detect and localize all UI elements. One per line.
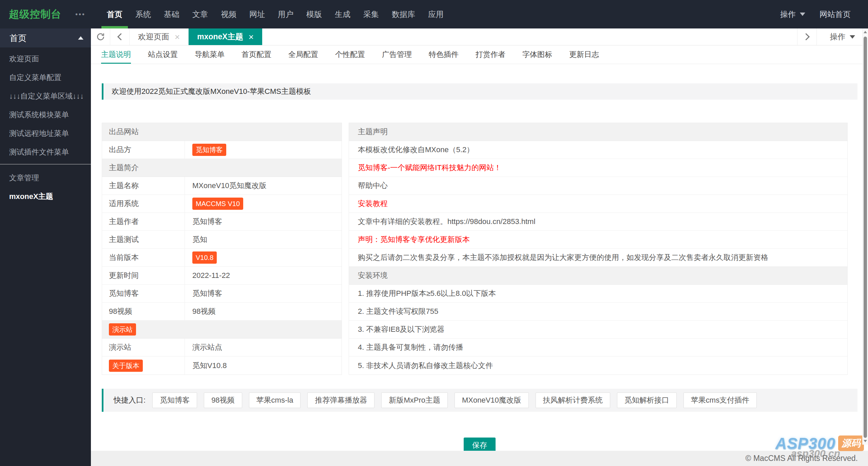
- sidebar-group-home[interactable]: 首页: [0, 28, 91, 47]
- sidebar-item[interactable]: 测试远程地址菜单: [0, 124, 91, 143]
- section-label: 主题简介: [109, 163, 139, 173]
- top-menu-item[interactable]: 文章: [186, 0, 214, 28]
- quick-link-button[interactable]: 98视频: [204, 392, 242, 408]
- scrollbar-up-button[interactable]: [863, 29, 868, 35]
- row-value-cell: 觅知博客: [185, 144, 342, 156]
- scrollbar-down-button[interactable]: [863, 438, 868, 444]
- top-menu-item[interactable]: 基础: [157, 0, 186, 28]
- subtab-item[interactable]: 特色插件: [429, 45, 459, 64]
- top-menu-item[interactable]: 应用: [422, 0, 450, 28]
- quick-link-button[interactable]: 苹果cms支付插件: [683, 392, 757, 408]
- scrollbar-thumb[interactable]: [864, 37, 867, 438]
- subtab-item[interactable]: 全局配置: [288, 45, 318, 64]
- sidebar-item[interactable]: 测试系统模块菜单: [0, 105, 91, 124]
- sidebar-item[interactable]: 欢迎页面: [0, 49, 91, 68]
- topbar-action-label: 操作: [780, 9, 796, 20]
- table-section-row: 出品网站: [102, 123, 342, 141]
- topbar-right: 操作 网站首页: [780, 9, 868, 20]
- quick-link-button[interactable]: 推荐弹幕播放器: [307, 392, 374, 408]
- subtab-item[interactable]: 站点设置: [148, 45, 178, 64]
- sidebar-collapse-icon[interactable]: •••: [75, 11, 91, 18]
- scroll-down-icon: [864, 440, 867, 442]
- quick-link-button[interactable]: 觅知解析接口: [617, 392, 677, 408]
- row-value-cell: 觅知博客: [185, 288, 342, 299]
- tab-mxoneX主题[interactable]: mxoneX主题×: [189, 28, 262, 45]
- top-menu-item[interactable]: 数据库: [385, 0, 422, 28]
- table-row: 4. 主题具备可复制性，请勿传播: [349, 339, 847, 357]
- quick-link-button[interactable]: 觅知博客: [152, 392, 197, 408]
- row-value-cell: MACCMS V10: [185, 198, 342, 210]
- top-menu-item[interactable]: 网址: [243, 0, 271, 28]
- row-label-cell: 适用系统: [102, 195, 185, 212]
- sidebar-items-group1: 欢迎页面自定义菜单配置↓↓↓自定义菜单区域↓↓↓测试系统模块菜单测试远程地址菜单…: [0, 47, 91, 161]
- row-value-cell: 觅知: [185, 235, 342, 245]
- sidebar-item[interactable]: ↓↓↓自定义菜单区域↓↓↓: [0, 87, 91, 105]
- row-label: 主题作者: [109, 217, 139, 227]
- row-label-cell: 演示站: [102, 339, 185, 356]
- subtab-item[interactable]: 字体图标: [522, 45, 552, 64]
- label-badge: 关于版本: [109, 360, 143, 372]
- row-label: 98视频: [109, 306, 132, 317]
- welcome-notice: 欢迎使用2022觅知正式魔改版MXoneV10-苹果CMS主题模板: [102, 83, 857, 100]
- theme-info-table: 出品网站出品方觅知博客主题简介主题名称MXoneV10觅知魔改版适用系统MACC…: [102, 123, 342, 375]
- quick-link-button[interactable]: 扶风解析计费系统: [536, 392, 610, 408]
- row-label-cell: 当前版本: [102, 249, 185, 266]
- tabs-scroll-right-button[interactable]: [797, 28, 816, 45]
- table-row: 本模板改优化修改自MXone（5.2）: [349, 141, 847, 159]
- row-label-cell: 关于版本: [102, 357, 185, 374]
- tab-欢迎页面[interactable]: 欢迎页面×: [130, 28, 189, 45]
- table-row: 1. 推荐使用PHP版本≥5.6以上8.0以下版本: [349, 285, 847, 303]
- row-label: 觅知博客: [109, 288, 139, 299]
- top-menu-item[interactable]: 系统: [129, 0, 157, 28]
- subtab-item[interactable]: 导航菜单: [195, 45, 225, 64]
- site-home-link[interactable]: 网站首页: [819, 9, 851, 20]
- table-row: 2. 主题文件读写权限755: [349, 303, 847, 321]
- sidebar-item[interactable]: mxoneX主题: [0, 187, 91, 206]
- theme-statement-table: 主题声明本模板改优化修改自MXone（5.2）觅知博客-一个赋能网络IT科技魅力…: [349, 123, 848, 375]
- row-label-cell: 出品方: [102, 141, 185, 159]
- subtab-item[interactable]: 更新日志: [569, 45, 599, 64]
- sidebar-item[interactable]: 测试插件文件菜单: [0, 143, 91, 161]
- sidebar-item[interactable]: 文章管理: [0, 168, 91, 187]
- table-section-row: 主题声明: [349, 123, 847, 141]
- tab-action-dropdown[interactable]: 操作: [816, 28, 868, 45]
- subtab-item[interactable]: 个性配置: [335, 45, 365, 64]
- table-row: 购买之后请勿二次售卖及分享，本主题不添加授权就是因为让大家更方便的使用，如发现分…: [349, 249, 847, 267]
- table-row: 安装教程: [349, 195, 847, 213]
- subtab-item[interactable]: 广告管理: [382, 45, 412, 64]
- tab-label: mxoneX主题: [197, 32, 243, 42]
- quick-link-button[interactable]: MXoneV10魔改版: [455, 392, 529, 408]
- subtab-item[interactable]: 打赏作者: [476, 45, 505, 64]
- refresh-button[interactable]: [91, 28, 110, 45]
- sidebar-divider: [0, 164, 91, 164]
- value-badge: MACCMS V10: [192, 198, 243, 210]
- tab-close-icon[interactable]: ×: [175, 33, 180, 41]
- top-menu-item[interactable]: 生成: [328, 0, 357, 28]
- table-row: 演示站演示站点: [102, 339, 342, 357]
- subtab-item[interactable]: 主题说明: [101, 45, 131, 64]
- topbar-action-dropdown[interactable]: 操作: [780, 9, 805, 20]
- table-row: 3. 不兼容IE8及以下浏览器: [349, 321, 847, 339]
- page-content: 欢迎使用2022觅知正式魔改版MXoneV10-苹果CMS主题模板 出品网站出品…: [91, 64, 868, 453]
- tab-close-icon[interactable]: ×: [249, 33, 254, 41]
- top-menu-item[interactable]: 模版: [300, 0, 328, 28]
- quick-link-button[interactable]: 苹果cms-la: [249, 392, 301, 408]
- vertical-scrollbar[interactable]: [862, 28, 868, 445]
- sidebar-item[interactable]: 自定义菜单配置: [0, 68, 91, 87]
- table-row: 98视频98视频: [102, 303, 342, 321]
- tabs-scroll-left-button[interactable]: [110, 28, 130, 45]
- table-row: 5. 非技术人员请勿私自修改主题核心文件: [349, 357, 847, 374]
- table-row: 主题测试觅知: [102, 231, 342, 249]
- quick-links-label: 快捷入口:: [114, 395, 146, 405]
- top-menu-item[interactable]: 用户: [271, 0, 300, 28]
- chevron-right-icon: [802, 33, 809, 40]
- chevron-up-icon: [78, 36, 83, 40]
- table-row: 关于版本觅知V10.8: [102, 357, 342, 374]
- quick-link-button[interactable]: 新版MxPro主题: [381, 392, 448, 408]
- top-menu-item[interactable]: 采集: [357, 0, 385, 28]
- row-value: 觅知博客: [192, 217, 222, 226]
- top-menu-item[interactable]: 视频: [214, 0, 243, 28]
- subtab-item[interactable]: 首页配置: [242, 45, 271, 64]
- top-menu-item[interactable]: 首页: [100, 0, 129, 28]
- row-value-cell: V10.8: [185, 251, 342, 264]
